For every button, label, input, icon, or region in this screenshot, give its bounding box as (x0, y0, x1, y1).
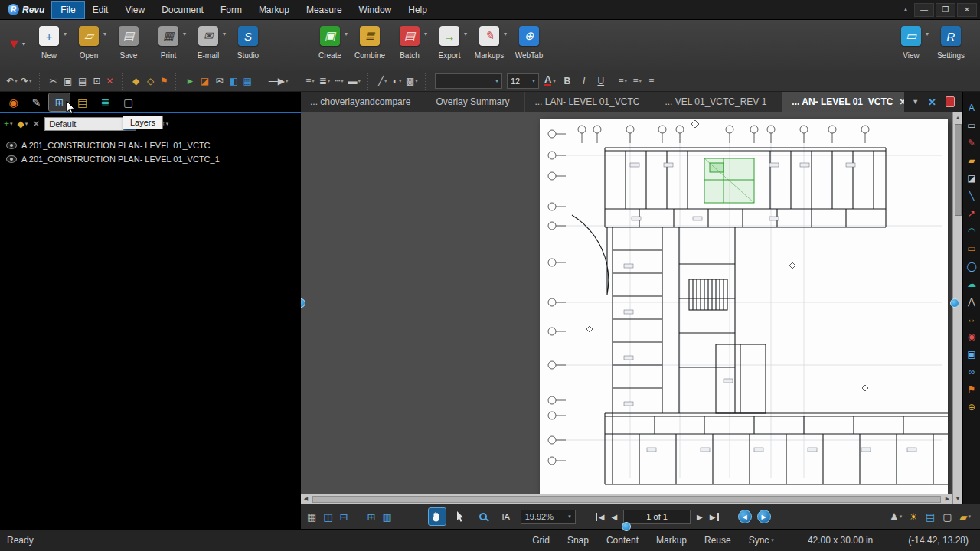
status-toggle[interactable]: Markup (656, 535, 689, 546)
font-color-button[interactable]: A ▾ (544, 75, 556, 86)
image-tool-icon[interactable]: ▣ (965, 347, 978, 360)
arc-tool-icon[interactable]: ◠ (965, 224, 978, 237)
text-tool-icon[interactable]: A (965, 101, 978, 114)
eraser-tool-icon[interactable]: ◪ (965, 171, 978, 184)
export-button[interactable]: → ▾ Export (430, 23, 469, 67)
next-view-button[interactable]: ▶ (757, 510, 771, 523)
close-document-icon[interactable]: ✕ (928, 96, 936, 108)
visibility-eye-icon[interactable] (6, 142, 17, 149)
bold-button[interactable]: B (560, 73, 575, 89)
maximize-button[interactable]: ❐ (936, 3, 956, 17)
pattern-icon[interactable]: ▩ ▾ (404, 73, 426, 90)
menu-item[interactable]: Window (351, 2, 400, 18)
last-page-button[interactable]: ▶ (709, 513, 719, 521)
underline-button[interactable]: U (593, 73, 609, 89)
thumbnails-view-icon[interactable]: ▦ (307, 511, 316, 523)
batch-button[interactable]: ▤ ▾ Batch (390, 23, 430, 67)
arrow-tool-icon[interactable]: ↗ (965, 207, 978, 220)
pen-style-icon[interactable]: ╱ ▾ (375, 73, 390, 90)
select-text-tool-button[interactable]: IA (498, 508, 514, 525)
snapshot-icon[interactable]: ⊡ (90, 73, 105, 90)
create-button[interactable]: ▣ ▾ Create (310, 23, 350, 67)
pan-tool-button[interactable] (429, 508, 446, 525)
email-button[interactable]: ✉ ▾ E-mail (188, 23, 228, 67)
page-indicator[interactable]: 1 of 1 (623, 510, 691, 524)
new-button[interactable]: + ▾ New (29, 23, 69, 67)
compare-docs-icon[interactable]: ▢ (942, 511, 952, 523)
status-toggle[interactable]: Reuse (704, 535, 733, 546)
user-status-icon[interactable]: ♟ ▾ (890, 511, 902, 523)
tip-icon[interactable]: ☀ (909, 511, 919, 523)
document-tab[interactable]: Overlay Summary (426, 92, 525, 112)
menu-item[interactable]: Markup (250, 2, 298, 18)
document-tab[interactable]: ... choverlayandcompare (301, 92, 426, 112)
zoom-tool-button[interactable] (475, 508, 492, 525)
open-button[interactable]: ▱ ▾ Open (69, 23, 109, 67)
compare-icon[interactable]: ◧ (227, 73, 241, 90)
polyline-tool-icon[interactable]: ⋀ (965, 295, 978, 308)
delete-layer-button[interactable]: ✕ (32, 119, 41, 129)
status-toggle[interactable]: Snap (567, 535, 591, 546)
bottom-splitter-handle[interactable] (622, 522, 631, 531)
menu-item[interactable]: Document (153, 2, 212, 18)
bookmarks-tab[interactable]: ▤ (72, 93, 93, 111)
rectangle-tool-icon[interactable]: ▭ (965, 242, 978, 255)
cloud-tool-icon[interactable]: ☁ (965, 277, 978, 290)
studio-button[interactable]: S Studio (228, 23, 268, 67)
layers-tab[interactable]: ≣ (95, 93, 116, 111)
highlighter-tool-icon[interactable]: ▰ (965, 154, 978, 167)
markup-list-tab[interactable]: ✎ (26, 93, 47, 111)
menu-item[interactable]: Form (212, 2, 250, 18)
menu-item[interactable]: Edit (84, 2, 117, 18)
copy-icon[interactable]: ▣ (61, 73, 76, 90)
horizontal-scrollbar[interactable]: ◀ ▶ (301, 494, 952, 504)
flag-tool-icon[interactable]: ⚑ (965, 383, 978, 396)
previous-view-button[interactable]: ◀ (738, 510, 752, 523)
file-access-icon[interactable]: ▰ ▾ (959, 511, 971, 523)
select-tool-button[interactable] (452, 508, 469, 525)
status-toggle[interactable]: Grid (532, 535, 552, 546)
quick-access-funnel-button[interactable]: ▼ ▾ (3, 23, 29, 64)
tab-list-dropdown-icon[interactable]: ▼ (912, 98, 919, 106)
cut-icon[interactable]: ✂ (47, 73, 61, 90)
attach-icon[interactable]: ✉ (212, 73, 227, 90)
pen-tool-icon[interactable]: ✎ (965, 136, 978, 149)
align-right-button[interactable]: ≡ (645, 73, 659, 90)
panel-splitter-handle[interactable] (301, 298, 305, 308)
layer-item[interactable]: A 201_CONSTRUCTION PLAN- LEVEL 01_VCTC_1 (0, 152, 301, 166)
status-toggle[interactable]: Content (606, 535, 641, 546)
menu-item[interactable]: Help (400, 2, 436, 18)
pages-tab[interactable]: ▢ (118, 93, 139, 111)
align-center-button[interactable]: ≡ ▾ (630, 73, 645, 90)
markup-mode-icon[interactable]: ▤ (926, 511, 936, 523)
eraser-icon[interactable]: ◪ (198, 73, 212, 90)
scroll-left-icon[interactable]: ◀ (301, 496, 311, 502)
full-screen-icon[interactable]: ▥ (382, 511, 391, 523)
italic-button[interactable]: I (577, 73, 592, 89)
menu-item[interactable]: View (116, 2, 153, 18)
delete-icon[interactable]: ✕ (105, 73, 122, 90)
scroll-down-icon[interactable]: ▼ (956, 494, 961, 504)
layer-item[interactable]: A 201_CONSTRUCTION PLAN- LEVEL 01_VCTC (0, 139, 301, 152)
close-button[interactable]: ✕ (957, 3, 977, 17)
flag-icon[interactable]: ⚑ (158, 73, 177, 90)
layer-actions-button[interactable]: ◆ ▾ (18, 119, 28, 129)
add-layer-button[interactable]: + ▾ (4, 119, 13, 129)
collapse-ribbon-icon[interactable]: ▲ (899, 6, 913, 13)
measure-tool-icon[interactable]: ↔ (965, 312, 978, 325)
properties-tab[interactable]: ◉ (3, 93, 24, 111)
lock-icon[interactable]: ◇ (144, 73, 158, 90)
horizontal-scroll-thumb[interactable] (312, 496, 941, 503)
ellipse-tool-icon[interactable]: ◯ (965, 259, 978, 272)
document-tab[interactable]: ... LAN- LEVEL 01_VCTC (525, 92, 655, 112)
spacing-icon[interactable]: ≡ ▾ (303, 73, 318, 90)
tab-close-icon[interactable]: ✕ (899, 97, 904, 107)
link-tool-icon[interactable]: ∞ (965, 365, 978, 378)
vertical-scrollbar[interactable]: ▲ ▼ (952, 112, 962, 504)
pin-panel-icon[interactable] (946, 96, 955, 107)
dash-style-icon[interactable]: ┄ ▾ (332, 73, 347, 90)
zoom-level-select[interactable]: 19.92% ▾ (521, 510, 576, 524)
first-page-button[interactable]: ◀ (596, 513, 606, 521)
align-left-button[interactable]: ≡ ▾ (616, 73, 630, 90)
split-horizontal-icon[interactable]: ⊟ (340, 511, 348, 523)
